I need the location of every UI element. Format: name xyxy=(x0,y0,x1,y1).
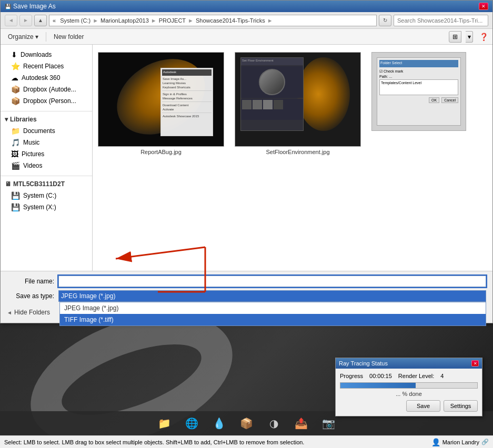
rt-settings-button[interactable]: Settings xyxy=(444,400,478,412)
sidebar-item-pictures[interactable]: 🖼 Pictures xyxy=(1,148,92,160)
rt-render-label: Render Level: xyxy=(398,373,435,379)
network-icon: 🔗 xyxy=(481,439,489,445)
dialog-close-button[interactable]: ✕ xyxy=(479,3,488,10)
help-icon[interactable]: ❓ xyxy=(479,33,488,41)
libraries-section: 📁 Documents 🎵 Music 🖼 Pictures 🎬 Videos xyxy=(1,125,92,171)
downloads-icon: ⬇ xyxy=(11,50,17,59)
path-project: PROJECT xyxy=(159,17,186,24)
sidebar-item-documents[interactable]: 📁 Documents xyxy=(1,125,92,137)
dropbox2-label: Dropbox (Person... xyxy=(23,97,76,105)
up-button[interactable]: ▲ xyxy=(34,15,47,26)
favorites-section: ⬇ Downloads ⭐ Recent Places ☁ Autodesk 3… xyxy=(1,49,92,107)
material-tool[interactable]: 💧 xyxy=(210,414,229,433)
navigation-bar: ◄ ► ▲ « System (C:) ► MarionLaptop2013 ►… xyxy=(1,12,492,29)
videos-icon: 🎬 xyxy=(11,161,20,170)
sidebar-item-recent[interactable]: ⭐ Recent Places xyxy=(1,60,92,72)
hide-folders-button[interactable]: ◄ Hide Folders xyxy=(7,309,50,316)
save-as-dialog: 💾 Save Image As ✕ ◄ ► ▲ « System (C:) ► … xyxy=(0,0,493,323)
thumbnail-setfloor: Set Floor Environment xyxy=(235,52,361,147)
recent-label: Recent Places xyxy=(23,63,64,70)
status-text: Select: LMB to select. LMB drag to box s… xyxy=(4,439,431,445)
hide-folders-arrow-icon: ◄ xyxy=(7,310,12,315)
cloud-icon: ☁ xyxy=(11,74,18,82)
dialog-inner: Folder Select ☑ Check mark Path: ... Tem… xyxy=(377,57,461,126)
sidebar-item-dropbox2[interactable]: 📦 Dropbox (Person... xyxy=(1,95,92,107)
dialog-title: Save Image As xyxy=(13,3,479,10)
panel-overlay: Set Floor Environment xyxy=(240,57,304,131)
rt-save-button[interactable]: Save xyxy=(406,400,440,412)
search-input[interactable] xyxy=(394,15,488,26)
path-drive: System (C:) xyxy=(60,17,90,24)
filename-input[interactable] xyxy=(58,276,486,287)
filetype-select[interactable]: JPEG Image (*.jpg) xyxy=(58,290,486,302)
rt-time: 00:00:15 xyxy=(369,373,392,379)
thumbnail-small: Folder Select ☑ Check mark Path: ... Tem… xyxy=(371,52,466,131)
libraries-header[interactable]: ▾ Libraries xyxy=(1,114,92,125)
forward-button[interactable]: ► xyxy=(19,15,32,26)
file-item-small[interactable]: Folder Select ☑ Check mark Path: ... Tem… xyxy=(371,50,466,157)
dropdown-item-tiff[interactable]: TIFF Image (*.tiff) xyxy=(60,314,486,325)
path-folder: Showcase2014-Tips-Tricks xyxy=(196,17,265,24)
sidebar-divider1 xyxy=(1,111,92,111)
dropbox1-label: Dropbox (Autode... xyxy=(23,86,76,93)
rt-progress-label: Progress xyxy=(340,373,363,379)
thumb-report-image: Autodesk Save Image As... Learning Movie… xyxy=(98,52,224,147)
open-folder-tool[interactable]: 📁 xyxy=(155,414,174,433)
dialog-icon: 💾 xyxy=(5,4,11,9)
thumb-set-image: Set Floor Environment xyxy=(235,52,360,147)
rt-percent-text: ... % done xyxy=(340,391,478,397)
sidebar-item-videos[interactable]: 🎬 Videos xyxy=(1,160,92,171)
drive-c-icon: 💾 xyxy=(11,191,20,200)
back-button[interactable]: ◄ xyxy=(5,15,17,26)
ray-tracing-close-button[interactable]: ✕ xyxy=(471,360,479,366)
rt-progress-bar-container xyxy=(340,382,478,389)
dialog-toolbar: Organize ▾ New folder ⊞ ▾ ❓ xyxy=(1,29,492,45)
address-bar[interactable]: « System (C:) ► MarionLaptop2013 ► PROJE… xyxy=(49,15,377,26)
status-bar: Select: LMB to select. LMB drag to box s… xyxy=(0,435,493,448)
computer-header[interactable]: 🖥 MTL5CB3111D2T xyxy=(1,178,92,190)
ray-tracing-titlebar: Ray Tracing Status ✕ xyxy=(336,358,482,369)
lighting-tool[interactable]: ◑ xyxy=(265,414,284,433)
libraries-arrow-icon: ▾ xyxy=(5,116,8,123)
computer-icon: 🖥 xyxy=(5,180,11,188)
user-icon: 👤 xyxy=(431,438,440,446)
pictures-icon: 🖼 xyxy=(11,150,18,158)
sidebar-item-system-x[interactable]: 💾 System (X:) xyxy=(1,201,92,213)
model-tool[interactable]: 📦 xyxy=(237,414,256,433)
documents-icon: 📁 xyxy=(11,127,20,135)
sidebar-item-autodesk[interactable]: ☁ Autodesk 360 xyxy=(1,72,92,84)
drive-x-icon: 💾 xyxy=(11,203,20,211)
ray-tracing-title-text: Ray Tracing Status xyxy=(339,360,471,366)
filename-row: File name: xyxy=(7,276,486,287)
thumbnail-reportabug: Autodesk Save Image As... Learning Movie… xyxy=(98,52,224,147)
refresh-button[interactable]: ↻ xyxy=(379,15,391,26)
camera-tool[interactable]: 📷 xyxy=(319,414,338,433)
export-tool[interactable]: 📤 xyxy=(292,414,311,433)
left-panel: ⬇ Downloads ⭐ Recent Places ☁ Autodesk 3… xyxy=(1,45,93,271)
sidebar-item-system-c[interactable]: 💾 System (C:) xyxy=(1,190,92,201)
autodesk-label: Autodesk 360 xyxy=(22,74,60,82)
file-grid: Autodesk Save Image As... Learning Movie… xyxy=(93,45,492,271)
user-info: 👤 Marion Landry 🔗 xyxy=(431,438,489,446)
view-toggle-button[interactable]: ⊞ xyxy=(449,31,461,43)
sidebar-item-downloads[interactable]: ⬇ Downloads xyxy=(1,49,92,60)
user-name: Marion Landry xyxy=(442,439,479,445)
new-folder-button[interactable]: New folder xyxy=(51,32,87,42)
ray-tracing-body: Progress 00:00:15 Render Level: 4 ... % … xyxy=(336,369,482,416)
thumb-small-image: Folder Select ☑ Check mark Path: ... Tem… xyxy=(372,52,466,131)
dialog-titlebar: 💾 Save Image As ✕ xyxy=(1,1,492,12)
filename-label: File name: xyxy=(7,278,54,285)
file-item-reportabug[interactable]: Autodesk Save Image As... Learning Movie… xyxy=(98,50,224,157)
organize-button[interactable]: Organize ▾ xyxy=(5,32,42,42)
rt-buttons: Save Settings xyxy=(340,400,478,412)
sidebar-item-dropbox1[interactable]: 📦 Dropbox (Autode... xyxy=(1,84,92,95)
dropbox1-icon: 📦 xyxy=(11,85,20,94)
sidebar-item-music[interactable]: 🎵 Music xyxy=(1,137,92,148)
environment-tool[interactable]: 🌐 xyxy=(183,414,202,433)
downloads-label: Downloads xyxy=(21,51,52,58)
file-item-setfloor[interactable]: Set Floor Environment xyxy=(235,50,361,157)
ray-tracing-dialog: Ray Tracing Status ✕ Progress 00:00:15 R… xyxy=(335,358,482,416)
dropdown-item-jpg[interactable]: JPEG Image (*.jpg) xyxy=(60,302,486,314)
view-dropdown-button[interactable]: ▾ xyxy=(466,31,473,43)
dropbox2-icon: 📦 xyxy=(11,97,20,105)
